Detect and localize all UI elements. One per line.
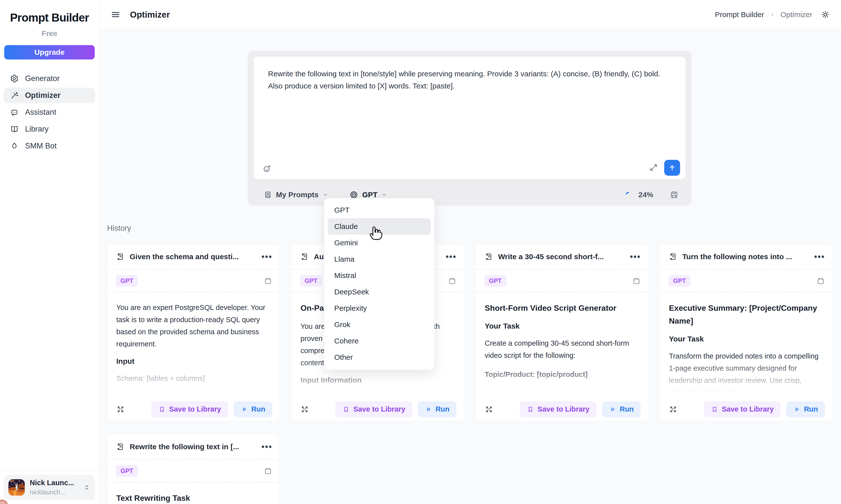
plan-label: Free	[0, 29, 99, 38]
run-button[interactable]: Run	[233, 401, 272, 417]
schedule-button[interactable]	[264, 277, 272, 285]
prompt-text: Rewrite the following text in [tone/styl…	[253, 57, 686, 92]
maximize-button[interactable]	[116, 404, 125, 414]
sidebar-item-generator[interactable]: Generator	[4, 71, 95, 86]
history-card: Rewrite the following text in [... ••• G…	[107, 434, 280, 504]
model-badge: GPT	[116, 465, 138, 477]
user-profile[interactable]: Nick Launc... nicklaunch...	[4, 475, 95, 500]
sidebar-item-smm-bot[interactable]: SMM Bot	[4, 138, 95, 154]
menu-item-gemini[interactable]: Gemini	[324, 235, 434, 251]
arrow-up-icon	[668, 164, 676, 172]
composer-toolbar: My Prompts GPT 24%	[248, 184, 691, 206]
card-actions: Save to Library Run	[335, 401, 456, 417]
save-to-library-button[interactable]: Save to Library	[704, 401, 781, 417]
card-header: Rewrite the following text in [... •••	[107, 434, 280, 459]
run-button[interactable]: Run	[602, 401, 641, 417]
save-to-library-button[interactable]: Save to Library	[520, 401, 597, 417]
save-to-library-button[interactable]: Save to Library	[151, 401, 228, 417]
flame-icon	[10, 142, 19, 150]
calendar-icon	[448, 277, 456, 285]
card-body: Short-Form Video Script Generator Your T…	[476, 293, 648, 397]
emoji-button[interactable]	[263, 164, 271, 173]
maximize-icon	[300, 404, 310, 414]
menu-item-other[interactable]: Other	[324, 349, 434, 365]
card-paragraph: Create a compelling 30-45 second short-f…	[485, 337, 639, 361]
save-to-library-label: Save to Library	[722, 405, 774, 413]
run-label: Run	[804, 405, 818, 413]
card-menu-button[interactable]: •••	[814, 254, 825, 259]
card-meta-row: GPT	[107, 460, 280, 482]
theme-toggle-button[interactable]	[821, 10, 830, 19]
card-subheading: Input Information	[300, 376, 455, 384]
sidebar-item-label: Generator	[25, 74, 60, 83]
composer-toolbar-right: 24%	[625, 190, 679, 199]
card-menu-button[interactable]: •••	[630, 254, 641, 259]
card-menu-button[interactable]: •••	[445, 254, 456, 259]
maximize-icon	[116, 404, 125, 414]
card-subheading: Your Task	[669, 335, 823, 343]
menu-item-cohere[interactable]: Cohere	[324, 333, 434, 349]
bookmark-icon	[158, 406, 165, 413]
sidebar-item-label: Assistant	[25, 108, 56, 117]
menu-item-grok[interactable]: Grok	[324, 317, 434, 333]
profile-expand-button[interactable]	[83, 484, 90, 491]
book-icon	[10, 125, 19, 133]
maximize-button[interactable]	[484, 404, 494, 414]
send-button[interactable]	[664, 160, 680, 176]
schedule-button[interactable]	[632, 277, 641, 285]
sidebar-nav: Generator Optimizer Assistant Library SM…	[0, 71, 99, 154]
upgrade-button[interactable]: Upgrade	[4, 45, 95, 59]
schedule-button[interactable]	[264, 467, 272, 475]
breadcrumb: Prompt Builder Optimizer	[715, 10, 830, 19]
breadcrumb-current: Optimizer	[781, 11, 812, 19]
menu-item-perplexity[interactable]: Perplexity	[324, 300, 434, 317]
card-actions: Save to Library Run	[151, 401, 272, 417]
model-selector-label: GPT	[362, 191, 378, 199]
run-label: Run	[620, 405, 634, 413]
card-footer: Save to Library Run	[107, 397, 280, 421]
menu-item-claude[interactable]: Claude	[328, 218, 431, 235]
calendar-icon	[817, 277, 825, 285]
bookmark-icon	[711, 406, 718, 413]
gear-icon	[10, 74, 19, 83]
card-body: Text Rewriting Task You are an expert co…	[107, 483, 280, 504]
prompt-input[interactable]: Rewrite the following text in [tone/styl…	[253, 57, 686, 179]
bookmark-icon	[343, 406, 350, 413]
schedule-button[interactable]	[448, 277, 456, 285]
card-line: • URL (optional): [url]	[300, 391, 455, 397]
sidebar-item-assistant[interactable]: Assistant	[4, 105, 95, 120]
prompt-library-selector[interactable]: My Prompts	[264, 191, 329, 199]
page-title: Optimizer	[130, 10, 170, 20]
maximize-button[interactable]	[300, 404, 310, 414]
sidebar-item-optimizer[interactable]: Optimizer	[4, 88, 95, 103]
run-button[interactable]: Run	[418, 401, 456, 417]
maximize-icon	[668, 404, 678, 414]
breadcrumb-parent[interactable]: Prompt Builder	[715, 11, 764, 19]
chevron-down-icon	[381, 192, 387, 198]
schedule-button[interactable]	[817, 277, 825, 285]
expand-editor-button[interactable]	[649, 163, 658, 172]
card-menu-button[interactable]: •••	[261, 254, 272, 259]
menu-item-mistral[interactable]: Mistral	[324, 267, 434, 284]
menu-item-llama[interactable]: Llama	[324, 251, 434, 267]
save-to-library-label: Save to Library	[169, 405, 221, 413]
chevron-down-icon	[322, 192, 329, 198]
run-button[interactable]: Run	[786, 401, 825, 417]
maximize-button[interactable]	[668, 404, 678, 414]
card-subheading: Input	[116, 357, 271, 365]
maximize-icon	[484, 404, 494, 414]
menu-item-deepseek[interactable]: DeepSeek	[324, 284, 434, 300]
save-prompt-button[interactable]	[670, 190, 679, 199]
sidebar-item-library[interactable]: Library	[4, 122, 95, 137]
menu-toggle-button[interactable]	[110, 10, 121, 20]
card-footer: Save to Library Run	[660, 397, 832, 421]
card-title: Given the schema and questi...	[130, 252, 256, 261]
card-menu-button[interactable]: •••	[261, 444, 272, 449]
chevron-right-icon	[769, 12, 775, 18]
save-to-library-label: Save to Library	[353, 405, 405, 413]
menu-item-gpt[interactable]: GPT	[324, 202, 434, 218]
scroll-icon	[116, 252, 124, 261]
save-to-library-button[interactable]: Save to Library	[335, 401, 412, 417]
card-line: Schema: [tables + columns]	[116, 373, 271, 384]
model-badge: GPT	[300, 275, 322, 287]
